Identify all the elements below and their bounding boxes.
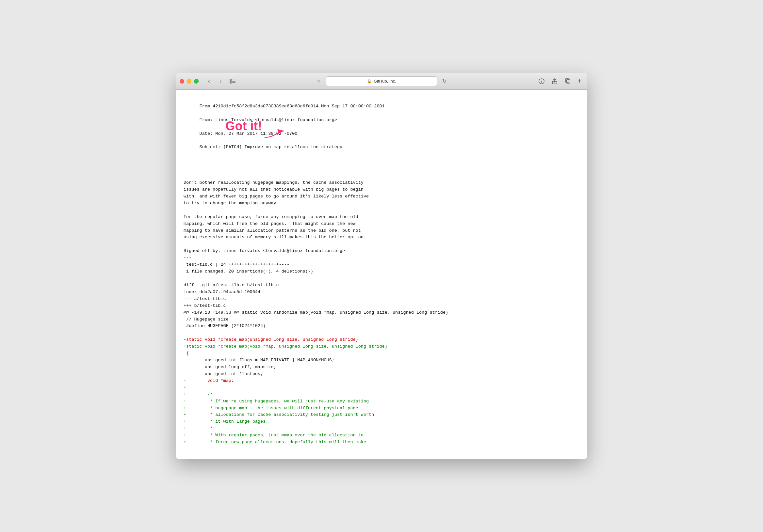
- diff-plus-line1: +static void *create_map(void *map, unsi…: [183, 344, 387, 349]
- menu-button[interactable]: ≡: [314, 77, 324, 86]
- svg-rect-8: [565, 79, 569, 82]
- reload-button[interactable]: ↻: [439, 77, 449, 86]
- reload-icon: ↻: [442, 78, 447, 84]
- diff-context-brace: { unsigned int flags = MAP_PRIVATE | MAP…: [183, 351, 334, 376]
- svg-rect-7: [566, 80, 570, 83]
- svg-rect-2: [232, 81, 236, 82]
- sidebar-button[interactable]: [227, 77, 238, 86]
- duplicate-button[interactable]: [563, 77, 573, 86]
- browser-window: ‹ › ≡ 🔒 GitHub, Inc. ↻: [176, 73, 587, 459]
- forward-button[interactable]: ›: [216, 77, 226, 86]
- titlebar: ‹ › ≡ 🔒 GitHub, Inc. ↻: [176, 73, 587, 90]
- info-button[interactable]: i: [536, 77, 547, 86]
- url-text: GitHub, Inc.: [374, 79, 396, 84]
- header-line3: Date: Mon, 27 Mar 2017 11:38:02 -0700: [200, 131, 297, 136]
- diff-minus-line1: -static void *create_map(unsigned long s…: [183, 337, 358, 342]
- header-line2: From: Linus Torvalds <torvalds@linux-fou…: [200, 118, 337, 123]
- svg-text:i: i: [541, 79, 542, 83]
- header-line1: From 4210d1cfc58f2d8a3da0730389ee63d68c6…: [200, 104, 385, 109]
- content-area: From 4210d1cfc58f2d8a3da0730389ee63d68c6…: [176, 90, 587, 459]
- email-body-content: Don't bother reallocating hugepage mappi…: [183, 159, 580, 453]
- close-button[interactable]: [180, 79, 184, 84]
- svg-rect-0: [230, 79, 232, 84]
- maximize-button[interactable]: [194, 79, 199, 84]
- minimize-button[interactable]: [187, 79, 191, 84]
- lock-icon: 🔒: [367, 79, 372, 84]
- nav-buttons: ‹ ›: [204, 77, 226, 86]
- svg-rect-1: [232, 80, 236, 80]
- diff-plus-line2: + + /* + * If we're using hugepages, we …: [183, 385, 374, 445]
- body-paragraph: Don't bother reallocating hugepage mappi…: [183, 180, 448, 328]
- menu-icon: ≡: [317, 78, 320, 84]
- svg-rect-3: [232, 82, 236, 83]
- address-bar[interactable]: 🔒 GitHub, Inc.: [326, 76, 437, 86]
- address-bar-area: ≡ 🔒 GitHub, Inc. ↻: [314, 76, 449, 86]
- plus-icon: +: [578, 77, 582, 85]
- back-button[interactable]: ‹: [204, 77, 214, 86]
- diff-minus-line2: - void *map;: [183, 378, 234, 383]
- new-tab-button[interactable]: +: [576, 77, 583, 85]
- toolbar-right: i +: [536, 77, 583, 86]
- email-body: From 4210d1cfc58f2d8a3da0730389ee63d68c6…: [183, 96, 580, 158]
- share-button[interactable]: [549, 77, 560, 86]
- traffic-lights: [180, 79, 199, 84]
- header-line4: Subject: [PATCH] Improve on map re-alloc…: [200, 144, 342, 149]
